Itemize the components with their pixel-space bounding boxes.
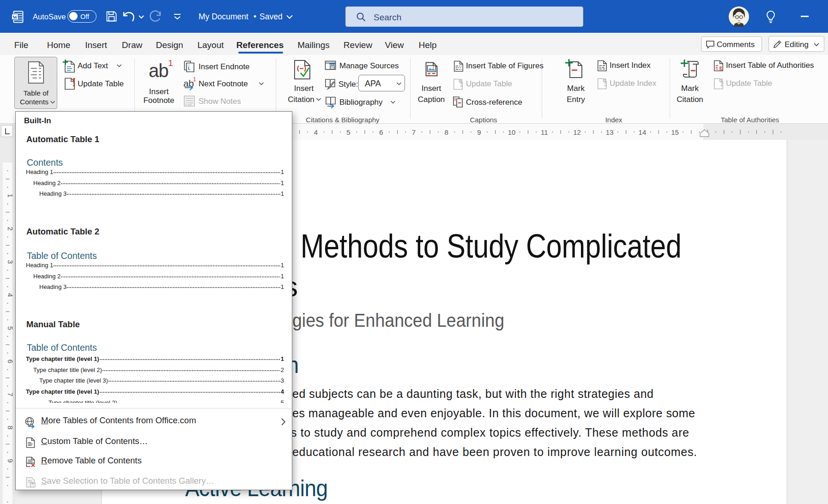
svg-text:es manageable and even enjoyab: es manageable and even enjoyable. In thi… xyxy=(292,407,695,420)
svg-text:7: 7 xyxy=(412,128,416,136)
svg-text:7: 7 xyxy=(6,392,14,396)
svg-text:1: 1 xyxy=(6,194,14,198)
svg-text:9: 9 xyxy=(6,459,14,462)
svg-text:15: 15 xyxy=(671,128,679,136)
svg-text:2: 2 xyxy=(6,227,14,230)
svg-text:g: g xyxy=(719,64,722,71)
svg-text:ed subjects can be a daunting: ed subjects can be a daunting task, but … xyxy=(292,387,653,400)
svg-text:10: 10 xyxy=(508,128,516,136)
svg-text:4: 4 xyxy=(6,293,14,297)
svg-text:5: 5 xyxy=(6,326,14,330)
svg-text:gies for Enhanced Learning: gies for Enhanced Learning xyxy=(292,309,504,330)
svg-text:W: W xyxy=(12,15,18,20)
svg-text:s to study and comprehend comp: s to study and comprehend complex topics… xyxy=(291,426,689,439)
svg-text:12: 12 xyxy=(573,128,581,136)
svg-text:educational research and have: educational research and have been prove… xyxy=(292,445,697,458)
svg-text:6: 6 xyxy=(379,128,383,136)
svg-text:3: 3 xyxy=(6,260,14,264)
svg-text:8: 8 xyxy=(6,426,14,429)
svg-text:5: 5 xyxy=(346,128,350,136)
svg-text:9: 9 xyxy=(477,128,481,136)
svg-text:4: 4 xyxy=(314,128,318,136)
svg-text:11: 11 xyxy=(541,128,548,136)
svg-text:6: 6 xyxy=(6,360,14,363)
svg-text:14: 14 xyxy=(639,128,647,136)
svg-text:13: 13 xyxy=(606,128,614,136)
svg-text:8: 8 xyxy=(445,128,448,136)
